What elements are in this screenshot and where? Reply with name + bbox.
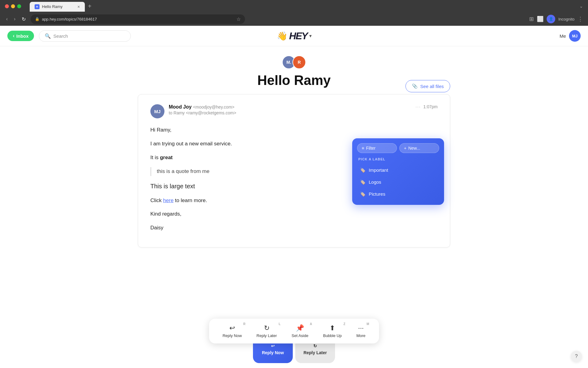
reply-later-label: Reply Later <box>303 350 327 355</box>
paperclip-icon: 📎 <box>412 83 418 89</box>
hey-wordmark: HEY <box>289 30 307 42</box>
shortcut-r: R <box>243 322 245 326</box>
email-quote-text: this is a quote from me <box>157 168 209 174</box>
extensions-icon[interactable]: ⊞ <box>529 16 534 22</box>
profile-label: Incognito <box>558 17 575 21</box>
tab-favicon: H <box>35 4 40 9</box>
reply-now-label: Reply Now <box>262 350 284 355</box>
tab-bar: H Hello Ramy × + <box>25 1 576 12</box>
close-traffic-light[interactable] <box>5 4 9 8</box>
email-timestamp: 1:07pm <box>423 104 438 109</box>
reply-now-icon: ↩ <box>271 343 275 348</box>
email-time-area: ··· 1:07pm <box>416 104 438 109</box>
search-placeholder: Search <box>53 33 68 39</box>
reply-now-toolbar-label: Reply Now <box>223 333 242 338</box>
bubble-up-toolbar-label: Bubble Up <box>323 333 342 338</box>
see-all-files-label: See all files <box>420 84 444 89</box>
tab-close-button[interactable]: × <box>77 4 80 9</box>
label-item-pictures[interactable]: 🏷️ Pictures <box>357 188 439 200</box>
refresh-button[interactable]: ↻ <box>21 15 27 23</box>
forward-button[interactable]: › <box>13 15 17 23</box>
email-line2-bold: great <box>160 155 173 160</box>
recipient-line: to Ramy <ramy@rocketgems.com> <box>169 110 416 115</box>
search-bar[interactable]: 🔍 Search <box>39 30 131 42</box>
set-aside-toolbar-icon: 📌 <box>296 324 304 332</box>
user-initials: MJ <box>572 34 578 38</box>
sender-name-line: Mood Joy <moodjoy@hey.com> <box>169 104 416 110</box>
inbox-label: Inbox <box>16 33 28 39</box>
profile-icon[interactable]: 👤 <box>547 15 555 23</box>
email-link-suffix: to learn more. <box>174 197 207 203</box>
toolbar-set-aside[interactable]: A 📌 Set Aside <box>284 322 316 340</box>
sender-email: <moodjoy@hey.com> <box>193 105 234 109</box>
traffic-lights <box>5 4 21 8</box>
tab-dropdown-icon[interactable]: ⌄ <box>579 4 583 9</box>
user-label: Me <box>560 33 566 39</box>
shortcut-a: A <box>310 322 312 326</box>
filter-button[interactable]: ≡ Filter <box>357 143 397 153</box>
set-aside-toolbar-label: Set Aside <box>292 333 308 338</box>
user-area: Me MJ <box>560 30 581 42</box>
tab-title: Hello Ramy <box>42 4 62 9</box>
split-view-icon[interactable]: ⬜ <box>537 16 544 22</box>
thread-participants: M. R <box>138 56 450 69</box>
label-name-logos: Logos <box>369 179 381 185</box>
address-bar: ‹ › ↻ 🔒 app.hey.com/topics/768184617 ☆ ⊞… <box>0 12 588 26</box>
help-icon: ? <box>575 354 578 359</box>
browser-titlebar: H Hello Ramy × + ⌄ <box>0 0 588 12</box>
search-icon: 🔍 <box>45 33 51 39</box>
participant1-initials: M. <box>286 60 291 65</box>
url-text: app.hey.com/topics/768184617 <box>42 17 97 21</box>
hey-logo[interactable]: 👋 HEY ▾ <box>277 30 311 42</box>
active-tab[interactable]: H Hello Ramy × <box>30 2 85 12</box>
shortcut-l: L <box>279 322 281 326</box>
user-avatar[interactable]: MJ <box>569 30 581 42</box>
maximize-traffic-light[interactable] <box>17 4 21 8</box>
bubble-up-toolbar-icon: ⬆ <box>330 324 335 332</box>
reply-now-toolbar-icon: ↩ <box>229 324 235 332</box>
toolbar-bubble-up[interactable]: Z ⬆ Bubble Up <box>316 322 349 340</box>
label-dropdown: ≡ Filter + New... PICK A LABEL 🏷️ Import… <box>352 138 444 205</box>
filter-icon: ≡ <box>362 146 364 151</box>
minimize-traffic-light[interactable] <box>11 4 15 8</box>
reply-later-toolbar-icon: ↻ <box>264 324 270 332</box>
participant-avatar-r: R <box>292 56 306 69</box>
tag-icon-logos: 🏷️ <box>360 179 366 185</box>
shortcut-m: M <box>367 322 369 326</box>
bottom-toolbar: R ↩ Reply Now L ↻ Reply Later A 📌 Set As… <box>209 319 379 343</box>
email-link[interactable]: here <box>163 197 174 203</box>
lock-icon: 🔒 <box>35 17 40 21</box>
new-tab-button[interactable]: + <box>85 1 95 12</box>
more-toolbar-icon: ··· <box>358 324 364 332</box>
inbox-button[interactable]: ‹ Inbox <box>7 31 34 41</box>
toolbar-more[interactable]: M ··· More <box>349 322 373 340</box>
new-icon: + <box>404 146 406 151</box>
tag-icon-pictures: 🏷️ <box>360 191 366 197</box>
help-button[interactable]: ? <box>571 351 582 362</box>
app-header: ‹ Inbox 🔍 Search 👋 HEY ▾ Me MJ <box>0 26 588 46</box>
hey-dropdown-icon[interactable]: ▾ <box>309 33 311 38</box>
email-closing: Kind regards, <box>150 210 438 219</box>
new-label-button[interactable]: + New... <box>399 143 439 153</box>
toolbar-reply-later[interactable]: L ↻ Reply Later <box>249 322 284 340</box>
toolbar-reply-now[interactable]: R ↩ Reply Now <box>215 322 249 340</box>
label-controls: ≡ Filter + New... <box>357 143 439 153</box>
bookmark-icon[interactable]: ☆ <box>236 16 241 22</box>
app-content: ‹ Inbox 🔍 Search 👋 HEY ▾ Me MJ M. R <box>0 26 588 368</box>
inbox-chevron-icon: ‹ <box>13 33 14 39</box>
back-button[interactable]: ‹ <box>5 15 9 23</box>
main-content: M. R Hello Ramy 📎 See all files MJ Mood … <box>126 56 462 247</box>
sender-name: Mood Joy <box>169 104 192 109</box>
email-more-button[interactable]: ··· <box>416 104 421 109</box>
label-item-important[interactable]: 🏷️ Important <box>357 164 439 176</box>
participant2-initials: R <box>298 60 301 65</box>
see-all-files-button[interactable]: 📎 See all files <box>405 80 450 92</box>
sender-initials: MJ <box>154 109 161 114</box>
label-item-logos[interactable]: 🏷️ Logos <box>357 176 439 188</box>
url-bar[interactable]: 🔒 app.hey.com/topics/768184617 ☆ <box>31 14 245 24</box>
tag-icon-important: 🏷️ <box>360 167 366 173</box>
label-section-title: PICK A LABEL <box>357 157 439 161</box>
browser-menu-button[interactable]: ⋮ <box>578 16 583 22</box>
incognito-icon: 👤 <box>549 17 553 21</box>
browser-chrome: H Hello Ramy × + ⌄ ‹ › ↻ 🔒 app.hey.com/t… <box>0 0 588 26</box>
